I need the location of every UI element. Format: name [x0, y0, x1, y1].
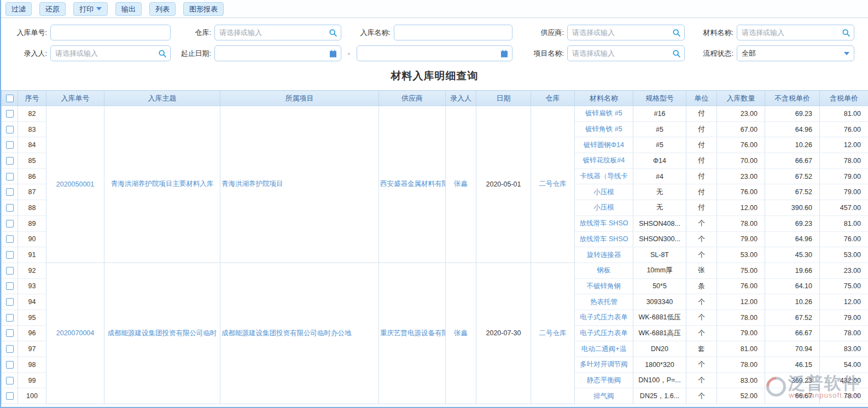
start-date-input[interactable] [214, 45, 341, 61]
cell-material-name[interactable]: 不镀锌角钢 [575, 278, 633, 294]
inbound-name-input[interactable] [394, 25, 512, 40]
row-checkbox[interactable] [6, 157, 14, 165]
cell-qty: 78.00 [717, 357, 765, 373]
cell-material-name[interactable]: 小压模 [575, 200, 633, 216]
cell-material-name[interactable]: 静态平衡阀 [575, 372, 633, 388]
supplier-input[interactable] [567, 25, 685, 40]
cell-order-no[interactable]: 2020050001 [46, 106, 104, 263]
cell-material-name[interactable]: 放线滑车 SHSO [575, 231, 633, 247]
cell-material-name[interactable]: 多叶对开调节阀 [575, 357, 633, 373]
cell-material-name[interactable]: 电动二通阀+温 [575, 341, 633, 357]
filter-panel: 入库单号: 仓库: 入库名称: 供应商: 材料名称: 录入人: [1, 18, 868, 66]
cell-material-name[interactable]: 钢板 [575, 263, 633, 278]
checkbox-cell [2, 121, 18, 137]
end-date-input[interactable] [357, 45, 512, 61]
calendar-icon[interactable] [500, 49, 509, 58]
cell-material-name[interactable]: 排气阀 [575, 388, 633, 404]
row-checkbox[interactable] [6, 267, 14, 275]
column-header-7: 仓库 [531, 91, 575, 106]
cell-supplier[interactable]: 西安盛器金属材料有限公司 [379, 106, 446, 263]
cell-supplier[interactable]: 重庆艺普电源设备有限公司 [379, 263, 446, 404]
search-icon[interactable] [672, 28, 681, 37]
flow-status-select[interactable]: 全部 [737, 45, 854, 61]
calendar-icon[interactable] [329, 49, 337, 58]
select-all-checkbox[interactable] [6, 95, 14, 102]
cell-order-no[interactable]: 2020070004 [46, 263, 104, 404]
row-checkbox[interactable] [6, 110, 14, 118]
cell-material-name[interactable]: 放线滑车 SHSO [575, 215, 633, 231]
row-checkbox[interactable] [6, 204, 14, 212]
cell-price-incl-tax: 81.00 [820, 215, 868, 231]
cell-project[interactable]: 青海洪湖养护院项目 [220, 106, 379, 263]
cell-qty: 76.00 [717, 184, 765, 200]
cell-material-name[interactable]: 镀锌扁铁 #5 [575, 106, 633, 122]
cell-qty: 53.00 [717, 247, 765, 263]
cell-subject[interactable]: 青海洪湖养护院项目主要材料入库 [104, 106, 220, 263]
export-button[interactable]: 输出 [115, 2, 142, 16]
cell-material-name[interactable]: 小压模 [575, 184, 633, 200]
cell-price-incl-tax: 12.00 [820, 294, 868, 310]
checkbox-cell [2, 153, 18, 169]
search-icon[interactable] [842, 28, 850, 37]
cell-seq: 85 [18, 153, 46, 169]
search-icon[interactable] [158, 49, 167, 58]
filter-button[interactable]: 过滤 [5, 2, 32, 16]
cell-spec: DN25，1.6... [633, 388, 686, 404]
cell-unit: 付 [686, 168, 717, 184]
cell-unit: 付 [686, 184, 717, 200]
cell-price-incl-tax: 76.00 [820, 121, 868, 137]
cell-material-name[interactable]: 电子式压力表单 [575, 325, 633, 341]
row-checkbox[interactable] [6, 220, 14, 228]
cell-spec: 50*5 [633, 278, 686, 294]
cell-subject[interactable]: 成都能源建设集团投资有限公司临时 [104, 263, 220, 404]
cell-unit: 付 [686, 106, 717, 122]
row-checkbox[interactable] [6, 345, 14, 353]
list-view-button[interactable]: 列表 [149, 2, 176, 16]
toolbar: 过滤 还原 打印 输出 列表 图形报表 [1, 0, 868, 18]
cell-material-name[interactable]: 卡线器（导线卡 [575, 168, 633, 184]
row-checkbox[interactable] [6, 141, 14, 149]
restore-button[interactable]: 还原 [39, 2, 66, 16]
search-icon[interactable] [672, 49, 681, 58]
row-checkbox[interactable] [6, 188, 14, 196]
warehouse-input[interactable] [214, 25, 341, 40]
cell-qty: 12.00 [717, 294, 765, 310]
cell-price-incl-tax: 12.00 [820, 137, 868, 153]
cell-spec: 3093340 [633, 294, 686, 310]
chart-report-button[interactable]: 图形报表 [183, 2, 224, 16]
cell-material-name[interactable]: 镀锌圆钢Φ14 [575, 137, 633, 153]
cell-qty: 70.00 [717, 153, 765, 169]
print-button[interactable]: 打印 [73, 2, 108, 16]
cell-material-name[interactable]: 镀锌角铁 #5 [575, 121, 633, 137]
row-checkbox[interactable] [6, 377, 14, 384]
search-icon[interactable] [329, 28, 337, 37]
cell-price-excl-tax: 19.66 [765, 263, 820, 278]
cell-material-name[interactable]: 镀锌花纹板#4 [575, 153, 633, 169]
row-checkbox[interactable] [6, 298, 14, 306]
material-name-input[interactable] [737, 25, 854, 40]
cell-material-name[interactable]: 电子式压力表单 [575, 310, 633, 325]
row-checkbox[interactable] [6, 329, 14, 337]
cell-qty: 75.00 [717, 263, 765, 278]
entered-by-input[interactable] [50, 45, 171, 61]
cell-project[interactable]: 成都能源建设集团投资有限公司临时办公地 [220, 263, 379, 404]
cell-material-name[interactable]: 旋转连接器 [575, 247, 633, 263]
row-checkbox[interactable] [6, 282, 14, 290]
row-checkbox[interactable] [6, 251, 14, 259]
row-checkbox[interactable] [6, 235, 14, 243]
row-checkbox[interactable] [6, 126, 14, 133]
row-checkbox[interactable] [6, 361, 14, 369]
project-name-input[interactable] [567, 45, 685, 61]
chevron-down-icon [96, 7, 102, 10]
cell-material-name[interactable]: 热表托管 [575, 294, 633, 310]
row-checkbox[interactable] [6, 392, 14, 400]
order-no-input[interactable] [50, 25, 171, 40]
row-checkbox[interactable] [6, 173, 14, 180]
cell-qty: 81.00 [717, 341, 765, 357]
column-header-10: 单位 [686, 91, 717, 106]
row-checkbox[interactable] [6, 314, 14, 322]
table-row: 822020050001青海洪湖养护院项目主要材料入库青海洪湖养护院项目西安盛器… [2, 106, 868, 122]
flow-status-label: 流程状态: [697, 49, 737, 59]
cell-price-excl-tax: 390.60 [765, 200, 820, 216]
cell-seq: 83 [18, 121, 46, 137]
